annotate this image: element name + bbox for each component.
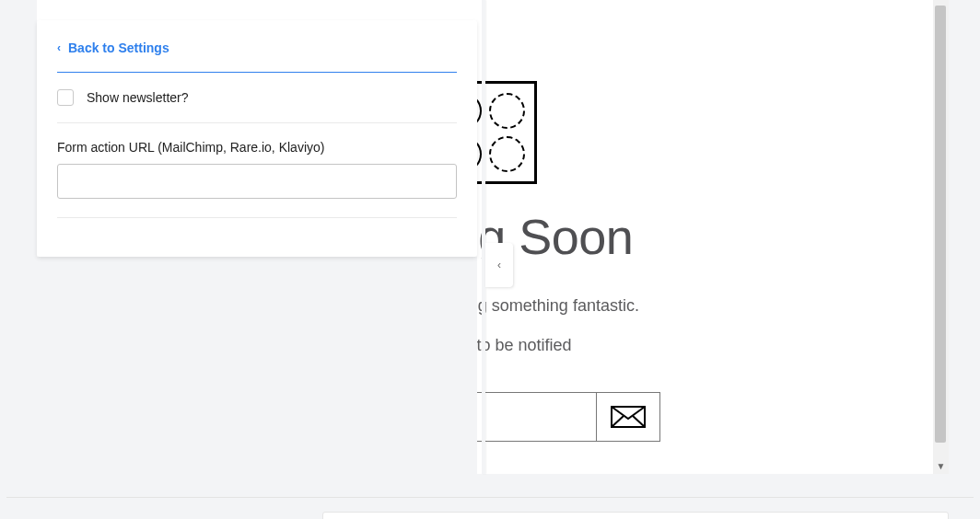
bottom-overflow-card: [322, 512, 949, 519]
back-to-settings-link[interactable]: ‹ Back to Settings: [57, 40, 457, 73]
svg-line-1: [612, 416, 624, 427]
envelope-icon: [611, 406, 646, 428]
show-newsletter-row: Show newsletter?: [57, 73, 457, 123]
preview-scrollbar-thumb[interactable]: [935, 6, 946, 443]
scrollbar-arrow-down-icon[interactable]: ▼: [933, 458, 949, 474]
show-newsletter-checkbox[interactable]: [57, 89, 74, 106]
show-newsletter-label: Show newsletter?: [87, 90, 189, 105]
svg-line-2: [633, 416, 645, 427]
form-action-label: Form action URL (MailChimp, Rare.io, Kla…: [57, 140, 457, 155]
form-action-url-input[interactable]: [57, 164, 457, 199]
form-action-field: Form action URL (MailChimp, Rare.io, Kla…: [57, 123, 457, 218]
settings-panel: ‹ Back to Settings Show newsletter? Form…: [37, 20, 477, 257]
collapse-panel-button[interactable]: ‹: [485, 243, 513, 287]
bottom-divider: [6, 497, 974, 498]
back-link-label: Back to Settings: [68, 40, 169, 55]
preview-scrollbar[interactable]: ▼: [933, 0, 949, 474]
chevron-left-icon: ‹: [57, 41, 61, 54]
panel-divider: [482, 0, 485, 474]
chevron-left-icon: ‹: [497, 259, 501, 271]
sidebar-background: [37, 257, 477, 474]
subscribe-button[interactable]: [596, 392, 660, 442]
